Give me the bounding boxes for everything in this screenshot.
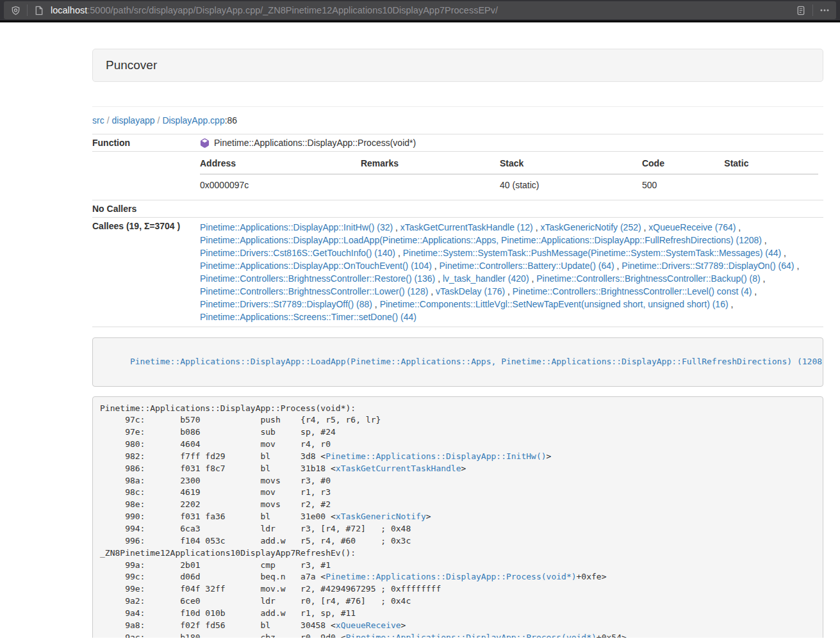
- disassembly-symbol-link[interactable]: xTaskGetCurrentTaskHandle: [336, 464, 461, 473]
- function-stats-table: Address Remarks Stack Code Static 0x0000…: [200, 155, 818, 197]
- callee-link[interactable]: Pinetime::Components::LittleVgl::SetNewT…: [380, 299, 729, 309]
- callee-separator: ,: [761, 273, 766, 284]
- breadcrumb-displayapp[interactable]: displayapp: [112, 115, 155, 125]
- callee-separator: ,: [505, 286, 513, 296]
- callee-link[interactable]: Pinetime::Controllers::BrightnessControl…: [200, 286, 428, 296]
- callee-link[interactable]: Pinetime::Drivers::St7789::DisplayOn() (…: [622, 261, 794, 271]
- callee-separator: ,: [372, 299, 380, 309]
- no-callers-label: No Callers: [92, 200, 195, 218]
- callee-link[interactable]: Pinetime::System::SystemTask::PushMessag…: [403, 248, 782, 258]
- package-icon: [200, 138, 210, 148]
- no-callers-row: No Callers: [92, 200, 823, 218]
- disassembly-symbol-link[interactable]: Pinetime::Applications::DisplayApp::Proc…: [325, 572, 576, 581]
- callee-separator: ,: [736, 222, 741, 232]
- browser-toolbar: localhost:5000/path/src/displayapp/Displ…: [0, 0, 840, 22]
- callee-link[interactable]: Pinetime::Drivers::Cst816S::GetTouchInfo…: [200, 248, 395, 258]
- column-remarks: Remarks: [361, 155, 500, 174]
- callee-separator: ,: [641, 222, 649, 232]
- highlighted-symbol-link[interactable]: Pinetime::Applications::DisplayApp::Load…: [130, 357, 823, 366]
- function-details-row: Address Remarks Stack Code Static 0x0000…: [92, 152, 823, 200]
- callee-link[interactable]: xQueueReceive (764): [648, 222, 736, 232]
- callees-row: Callees (19, Σ=3704 ) Pinetime::Applicat…: [92, 218, 823, 327]
- callee-link[interactable]: Pinetime::Applications::DisplayApp::Init…: [200, 222, 393, 232]
- shield-icon[interactable]: [9, 4, 22, 17]
- disassembly-listing: Pinetime::Applications::DisplayApp::Proc…: [92, 396, 823, 638]
- callee-link[interactable]: Pinetime::Controllers::BrightnessControl…: [513, 286, 752, 296]
- callee-separator: ,: [795, 261, 800, 271]
- breadcrumb-file[interactable]: DisplayApp.cpp: [162, 115, 224, 125]
- callee-separator: ,: [762, 235, 767, 245]
- highlighted-symbol-box: Pinetime::Applications::DisplayApp::Load…: [92, 337, 823, 387]
- callee-link[interactable]: Pinetime::Controllers::BrightnessControl…: [536, 273, 760, 284]
- callees-list: Pinetime::Applications::DisplayApp::Init…: [200, 221, 818, 323]
- divider: [92, 106, 823, 107]
- function-table: Function Pinetime::Applications::Display…: [92, 134, 823, 327]
- column-stack: Stack: [500, 155, 642, 174]
- remarks-value: [361, 174, 500, 197]
- address-value: 0x0000097c: [200, 174, 361, 197]
- callee-link[interactable]: xTaskGetCurrentTaskHandle (12): [400, 222, 533, 232]
- callee-separator: ,: [614, 261, 622, 271]
- page-body: Puncover src/displayapp/DisplayApp.cpp:8…: [0, 22, 840, 638]
- code-size-value: 500: [642, 174, 724, 197]
- breadcrumb-separator: /: [104, 115, 112, 125]
- breadcrumb-separator: /: [155, 115, 163, 125]
- callee-separator: ,: [395, 248, 403, 258]
- callees-label: Callees (19, Σ=3704 ): [92, 218, 195, 327]
- disassembly-symbol-link[interactable]: xTaskGenericNotify: [336, 512, 426, 521]
- breadcrumb-line-number: :86: [225, 115, 237, 125]
- page-title: Puncover: [106, 58, 157, 72]
- callee-link[interactable]: xTaskGenericNotify (252): [540, 222, 641, 232]
- url-bar[interactable]: localhost:5000/path/src/displayapp/Displ…: [4, 1, 836, 19]
- stack-value: 40 (static): [500, 174, 642, 197]
- static-value: [724, 174, 818, 197]
- function-stats-values: 0x0000097c 40 (static) 500: [200, 174, 818, 197]
- url-path: :5000/path/src/displayapp/DisplayApp.cpp…: [87, 5, 498, 15]
- callee-separator: ,: [432, 261, 440, 271]
- column-code: Code: [642, 155, 724, 174]
- callee-separator: ,: [428, 286, 436, 296]
- column-address: Address: [200, 155, 361, 174]
- disassembly-symbol-link[interactable]: xQueueReceive: [336, 620, 401, 630]
- function-label: Function: [92, 134, 195, 152]
- callee-separator: ,: [781, 248, 786, 258]
- callee-link[interactable]: Pinetime::Controllers::Battery::Update()…: [440, 261, 614, 271]
- callee-separator: ,: [752, 286, 757, 296]
- callee-link[interactable]: Pinetime::Applications::Screens::Timer::…: [200, 312, 416, 322]
- callee-separator: ,: [729, 299, 734, 309]
- page-title-box: Puncover: [92, 49, 823, 82]
- breadcrumb-src[interactable]: src: [92, 115, 104, 125]
- callee-link[interactable]: Pinetime::Applications::DisplayApp::OnTo…: [200, 261, 432, 271]
- page-icon[interactable]: [33, 4, 45, 17]
- column-static: Static: [724, 155, 818, 174]
- callee-separator: ,: [533, 222, 541, 232]
- function-name: Pinetime::Applications::DisplayApp::Proc…: [214, 138, 416, 148]
- callee-link[interactable]: Pinetime::Drivers::St7789::DisplayOff() …: [200, 299, 372, 309]
- disassembly-symbol-link[interactable]: Pinetime::Applications::DisplayApp::Proc…: [346, 633, 597, 638]
- callee-link[interactable]: lv_task_handler (420): [443, 273, 529, 284]
- callee-link[interactable]: Pinetime::Applications::DisplayApp::Load…: [200, 235, 762, 245]
- breadcrumb: src/displayapp/DisplayApp.cpp:86: [92, 115, 823, 125]
- urlbar-divider: [27, 4, 28, 16]
- url-text[interactable]: localhost:5000/path/src/displayapp/Displ…: [51, 5, 795, 15]
- callee-separator: ,: [393, 222, 400, 232]
- disassembly-symbol-link[interactable]: Pinetime::Applications::DisplayApp::Init…: [325, 451, 546, 461]
- urlbar-divider-right: [812, 4, 813, 16]
- callee-link[interactable]: Pinetime::Controllers::BrightnessControl…: [200, 273, 435, 284]
- reader-mode-icon[interactable]: [795, 4, 807, 17]
- callee-separator: ,: [529, 273, 537, 284]
- menu-ellipsis-icon[interactable]: [818, 4, 831, 17]
- callee-link[interactable]: vTaskDelay (176): [436, 286, 505, 296]
- function-row: Function Pinetime::Applications::Display…: [92, 134, 823, 152]
- callee-separator: ,: [435, 273, 443, 284]
- url-host: localhost: [51, 5, 87, 15]
